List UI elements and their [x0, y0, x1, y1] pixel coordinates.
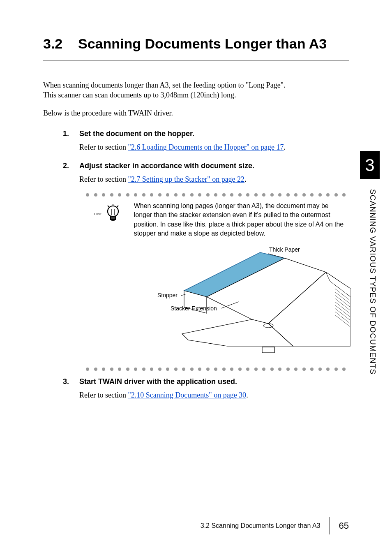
step-number: 3. — [63, 377, 79, 386]
footer-section-title: 3.2 Scanning Documents Longer than A3 — [201, 522, 321, 530]
cross-reference-link[interactable]: "2.6 Loading Documents on the Hopper" on… — [128, 143, 284, 151]
step-body-suffix: . — [246, 391, 248, 399]
intro-line-1a: When scanning documents longer than A3, … — [43, 81, 286, 89]
chapter-number: 3 — [365, 155, 374, 175]
svg-point-0 — [108, 206, 118, 217]
hint-text: When scanning long pages (longer than A3… — [134, 201, 345, 238]
stacker-diagram: Thick Paper Stopper Stacker Extension — [145, 243, 349, 360]
lightbulb-icon — [104, 204, 122, 224]
step-2: 2. Adjust stacker in accordance with doc… — [63, 162, 349, 184]
footer-divider — [330, 517, 330, 534]
section-number: 3.2 — [43, 35, 78, 53]
diagram-label-stopper: Stopper — [157, 292, 178, 298]
intro-line-1b: This scanner can scan documents up to 3,… — [43, 91, 236, 99]
step-1: 1. Set the document on the hopper. Refer… — [63, 130, 349, 152]
hint-block: HINT When scanning long pages (longer th… — [94, 201, 345, 238]
cross-reference-link[interactable]: "2.10 Scanning Documents" on page 30 — [128, 391, 246, 399]
step-number: 1. — [63, 130, 79, 138]
step-body-suffix: . — [244, 175, 247, 183]
hint-top-dots — [86, 193, 349, 197]
step-body-suffix: . — [284, 143, 286, 151]
svg-line-6 — [117, 206, 118, 207]
page-number: 65 — [339, 520, 349, 531]
cross-reference-link[interactable]: "2.7 Setting up the Stacker" on page 22 — [128, 175, 244, 183]
section-heading: 3.2 Scanning Documents Longer than A3 — [43, 35, 349, 53]
svg-line-5 — [108, 206, 109, 207]
svg-rect-19 — [262, 347, 274, 353]
step-3: 3. Start TWAIN driver with the applicati… — [63, 377, 349, 400]
intro-paragraph-1: When scanning documents longer than A3, … — [43, 80, 349, 100]
step-number: 2. — [63, 162, 79, 170]
section-title: Scanning Documents Longer than A3 — [78, 35, 327, 53]
hint-label: HINT — [94, 212, 102, 216]
step-title: Start TWAIN driver with the application … — [79, 377, 237, 386]
step-body-prefix: Refer to section — [79, 143, 128, 151]
page-footer: 3.2 Scanning Documents Longer than A3 65 — [201, 517, 349, 534]
step-body-prefix: Refer to section — [79, 391, 128, 399]
step-title: Adjust stacker in accordance with docume… — [79, 162, 254, 170]
diagram-label-stacker-ext: Stacker Extension — [171, 305, 217, 312]
intro-paragraph-2: Below is the procedure with TWAIN driver… — [43, 108, 349, 118]
chapter-title-vertical: SCANNING VARIOUS TYPES OF DOCUMENTS — [368, 189, 377, 375]
diagram-label-thick-paper: Thick Paper — [269, 246, 300, 253]
heading-rule — [43, 60, 349, 60]
hint-bottom-dots — [86, 368, 349, 371]
step-body-prefix: Refer to section — [79, 175, 128, 183]
chapter-tab: 3 — [360, 151, 380, 179]
step-title: Set the document on the hopper. — [79, 130, 194, 138]
